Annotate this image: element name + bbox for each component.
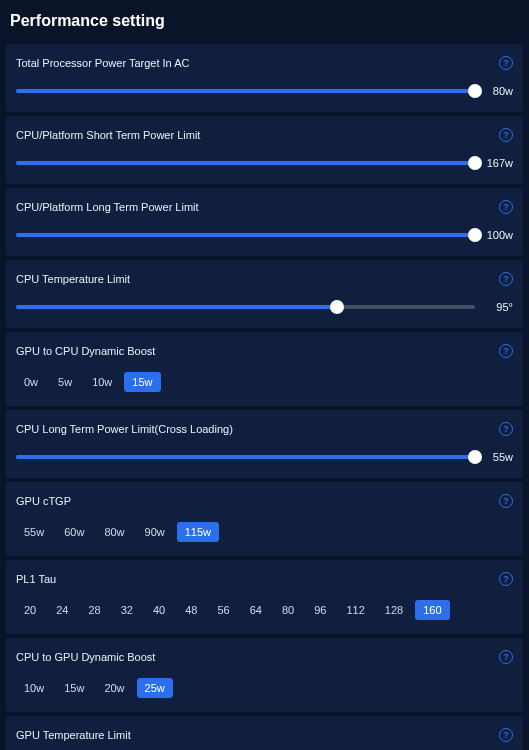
section-header: CPU/Platform Short Term Power Limit? bbox=[16, 128, 513, 142]
section-label: Total Processor Power Target In AC bbox=[16, 57, 189, 69]
setting-section: PL1 Tau?20242832404856648096112128160 bbox=[6, 560, 523, 634]
slider-thumb[interactable] bbox=[468, 84, 482, 98]
help-icon[interactable]: ? bbox=[499, 650, 513, 664]
slider-thumb[interactable] bbox=[468, 228, 482, 242]
slider-value: 55w bbox=[483, 451, 513, 463]
chip-group: 10w15w20w25w bbox=[16, 678, 513, 698]
slider-track-fill bbox=[16, 305, 337, 309]
section-header: GPU to CPU Dynamic Boost? bbox=[16, 344, 513, 358]
slider-track-fill bbox=[16, 161, 475, 165]
chip-option[interactable]: 112 bbox=[339, 600, 373, 620]
setting-section: GPU cTGP?55w60w80w90w115w bbox=[6, 482, 523, 556]
section-label: GPU to CPU Dynamic Boost bbox=[16, 345, 155, 357]
chip-option[interactable]: 10w bbox=[16, 678, 52, 698]
section-header: Total Processor Power Target In AC? bbox=[16, 56, 513, 70]
slider-row: 80w bbox=[16, 84, 513, 98]
chip-option[interactable]: 28 bbox=[81, 600, 109, 620]
slider[interactable] bbox=[16, 156, 475, 170]
chip-option[interactable]: 40 bbox=[145, 600, 173, 620]
chip-group: 55w60w80w90w115w bbox=[16, 522, 513, 542]
chip-option[interactable]: 55w bbox=[16, 522, 52, 542]
chip-option[interactable]: 48 bbox=[177, 600, 205, 620]
page-title: Performance setting bbox=[0, 0, 529, 40]
section-header: CPU/Platform Long Term Power Limit? bbox=[16, 200, 513, 214]
help-icon[interactable]: ? bbox=[499, 422, 513, 436]
chip-option[interactable]: 115w bbox=[177, 522, 219, 542]
section-label: CPU to GPU Dynamic Boost bbox=[16, 651, 155, 663]
setting-section: GPU Temperature Limit?87° bbox=[6, 716, 523, 750]
chip-option[interactable]: 24 bbox=[48, 600, 76, 620]
chip-option[interactable]: 5w bbox=[50, 372, 80, 392]
section-label: GPU Temperature Limit bbox=[16, 729, 131, 741]
chip-option[interactable]: 15w bbox=[56, 678, 92, 698]
chip-option[interactable]: 32 bbox=[113, 600, 141, 620]
slider-row: 55w bbox=[16, 450, 513, 464]
chip-option[interactable]: 80w bbox=[96, 522, 132, 542]
slider-row: 167w bbox=[16, 156, 513, 170]
help-icon[interactable]: ? bbox=[499, 344, 513, 358]
setting-section: GPU to CPU Dynamic Boost?0w5w10w15w bbox=[6, 332, 523, 406]
slider-track-fill bbox=[16, 455, 475, 459]
section-header: CPU Temperature Limit? bbox=[16, 272, 513, 286]
chip-option[interactable]: 80 bbox=[274, 600, 302, 620]
section-label: CPU Long Term Power Limit(Cross Loading) bbox=[16, 423, 233, 435]
slider-thumb[interactable] bbox=[330, 300, 344, 314]
setting-section: CPU to GPU Dynamic Boost?10w15w20w25w bbox=[6, 638, 523, 712]
setting-section: Total Processor Power Target In AC?80w bbox=[6, 44, 523, 112]
help-icon[interactable]: ? bbox=[499, 572, 513, 586]
slider-thumb[interactable] bbox=[468, 450, 482, 464]
help-icon[interactable]: ? bbox=[499, 272, 513, 286]
slider[interactable] bbox=[16, 300, 475, 314]
chip-option[interactable]: 0w bbox=[16, 372, 46, 392]
slider[interactable] bbox=[16, 450, 475, 464]
section-label: CPU/Platform Short Term Power Limit bbox=[16, 129, 200, 141]
section-label: CPU Temperature Limit bbox=[16, 273, 130, 285]
chip-option[interactable]: 60w bbox=[56, 522, 92, 542]
chip-option[interactable]: 25w bbox=[137, 678, 173, 698]
slider-track-fill bbox=[16, 89, 475, 93]
chip-option[interactable]: 10w bbox=[84, 372, 120, 392]
setting-section: CPU/Platform Long Term Power Limit?100w bbox=[6, 188, 523, 256]
help-icon[interactable]: ? bbox=[499, 200, 513, 214]
setting-section: CPU Temperature Limit?95° bbox=[6, 260, 523, 328]
chip-option[interactable]: 20 bbox=[16, 600, 44, 620]
section-header: GPU Temperature Limit? bbox=[16, 728, 513, 742]
slider-row: 95° bbox=[16, 300, 513, 314]
chip-option[interactable]: 64 bbox=[242, 600, 270, 620]
section-label: GPU cTGP bbox=[16, 495, 71, 507]
chip-option[interactable]: 128 bbox=[377, 600, 411, 620]
chip-option[interactable]: 15w bbox=[124, 372, 160, 392]
chip-group: 20242832404856648096112128160 bbox=[16, 600, 513, 620]
slider-value: 167w bbox=[483, 157, 513, 169]
chip-option[interactable]: 20w bbox=[96, 678, 132, 698]
setting-section: CPU/Platform Short Term Power Limit?167w bbox=[6, 116, 523, 184]
slider-row: 100w bbox=[16, 228, 513, 242]
chip-option[interactable]: 160 bbox=[415, 600, 449, 620]
chip-option[interactable]: 90w bbox=[137, 522, 173, 542]
slider[interactable] bbox=[16, 84, 475, 98]
help-icon[interactable]: ? bbox=[499, 494, 513, 508]
section-header: CPU to GPU Dynamic Boost? bbox=[16, 650, 513, 664]
section-label: PL1 Tau bbox=[16, 573, 56, 585]
section-label: CPU/Platform Long Term Power Limit bbox=[16, 201, 199, 213]
section-header: GPU cTGP? bbox=[16, 494, 513, 508]
slider-track-fill bbox=[16, 233, 475, 237]
slider-value: 95° bbox=[483, 301, 513, 313]
help-icon[interactable]: ? bbox=[499, 728, 513, 742]
slider-thumb[interactable] bbox=[468, 156, 482, 170]
slider-value: 80w bbox=[483, 85, 513, 97]
chip-group: 0w5w10w15w bbox=[16, 372, 513, 392]
help-icon[interactable]: ? bbox=[499, 128, 513, 142]
section-header: PL1 Tau? bbox=[16, 572, 513, 586]
slider-value: 100w bbox=[483, 229, 513, 241]
section-header: CPU Long Term Power Limit(Cross Loading)… bbox=[16, 422, 513, 436]
chip-option[interactable]: 56 bbox=[210, 600, 238, 620]
chip-option[interactable]: 96 bbox=[306, 600, 334, 620]
help-icon[interactable]: ? bbox=[499, 56, 513, 70]
slider[interactable] bbox=[16, 228, 475, 242]
setting-section: CPU Long Term Power Limit(Cross Loading)… bbox=[6, 410, 523, 478]
